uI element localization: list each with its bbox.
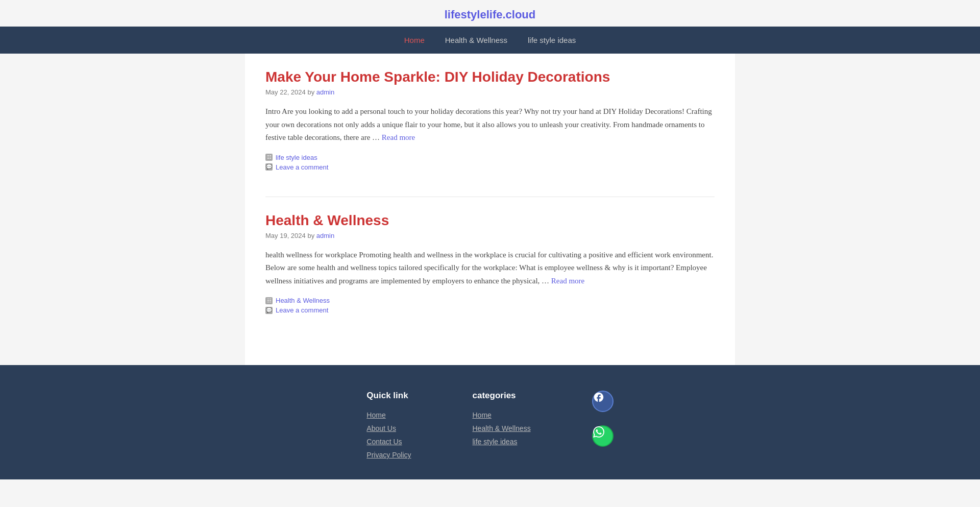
footer-quick-links: Quick link Home About Us Contact Us Priv… (366, 391, 411, 464)
article-1-excerpt: Intro Are you looking to add a personal … (265, 105, 715, 144)
nav-item-lifestyle[interactable]: life style ideas (528, 36, 576, 44)
article-2-by: by (307, 232, 316, 239)
article-2-leave-comment[interactable]: Leave a comment (276, 306, 328, 314)
footer-categories-heading: categories (473, 391, 531, 401)
comment-icon: 💬 (265, 163, 273, 171)
footer-link-contact[interactable]: Contact Us (366, 438, 411, 446)
article-1-read-more[interactable]: Read more (382, 133, 415, 141)
footer-quick-links-heading: Quick link (366, 391, 411, 401)
nav-item-health-wellness[interactable]: Health & Wellness (445, 36, 507, 44)
article-2-excerpt: health wellness for workplace Promoting … (265, 249, 715, 288)
article-divider (265, 197, 715, 197)
footer-link-about[interactable]: About Us (366, 424, 411, 432)
nav-item-home[interactable]: Home (404, 36, 425, 44)
article-1-meta: May 22, 2024 by admin (265, 88, 715, 96)
footer-social (592, 391, 614, 464)
article-1-category[interactable]: life style ideas (276, 154, 317, 161)
article-1-category-row: ☷ life style ideas (265, 154, 715, 161)
site-logo[interactable]: lifestylelife.cloud (445, 8, 536, 21)
comment-icon-2: 💬 (265, 307, 273, 314)
article-1-author[interactable]: admin (316, 88, 334, 96)
article-1-title[interactable]: Make Your Home Sparkle: DIY Holiday Deco… (265, 69, 715, 85)
footer-cat-lifestyle[interactable]: life style ideas (473, 438, 531, 446)
footer-cat-home[interactable]: Home (473, 411, 531, 419)
article-1-footer: ☷ life style ideas 💬 Leave a comment (265, 154, 715, 171)
content-wrapper: Make Your Home Sparkle: DIY Holiday Deco… (245, 54, 735, 365)
category-icon-2: ☷ (265, 297, 273, 304)
article-1-comment-row: 💬 Leave a comment (265, 163, 715, 171)
whatsapp-icon[interactable] (592, 425, 614, 447)
article-2-meta: May 19, 2024 by admin (265, 232, 715, 239)
article-2-author[interactable]: admin (316, 232, 334, 239)
article-2: Health & Wellness May 19, 2024 by admin … (265, 212, 715, 315)
footer-link-privacy[interactable]: Privacy Policy (366, 451, 411, 459)
footer-categories: categories Home Health & Wellness life s… (473, 391, 531, 464)
footer-inner: Quick link Home About Us Contact Us Priv… (184, 391, 796, 464)
site-footer: Quick link Home About Us Contact Us Priv… (0, 365, 980, 479)
article-2-title[interactable]: Health & Wellness (265, 212, 715, 229)
article-2-category[interactable]: Health & Wellness (276, 297, 330, 304)
article-2-comment-row: 💬 Leave a comment (265, 306, 715, 314)
article-1-date: May 22, 2024 (265, 88, 306, 96)
article-1-by: by (307, 88, 316, 96)
article-2-footer: ☷ Health & Wellness 💬 Leave a comment (265, 297, 715, 314)
article-1-leave-comment[interactable]: Leave a comment (276, 163, 328, 171)
article-2-category-row: ☷ Health & Wellness (265, 297, 715, 304)
category-icon: ☷ (265, 154, 273, 161)
main-content: Make Your Home Sparkle: DIY Holiday Deco… (0, 54, 980, 365)
article-2-read-more[interactable]: Read more (551, 277, 584, 285)
article-2-date: May 19, 2024 (265, 232, 306, 239)
article-1: Make Your Home Sparkle: DIY Holiday Deco… (265, 69, 715, 171)
main-nav: Home Health & Wellness life style ideas (0, 27, 980, 54)
site-header: lifestylelife.cloud (0, 0, 980, 27)
footer-link-home[interactable]: Home (366, 411, 411, 419)
footer-cat-health[interactable]: Health & Wellness (473, 424, 531, 432)
facebook-icon[interactable] (592, 391, 614, 412)
